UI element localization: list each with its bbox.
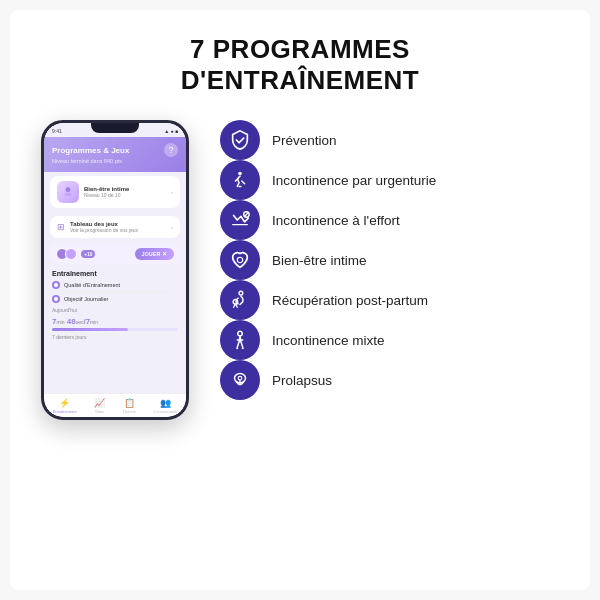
program-item-prolapsus: Prolapsus [220,360,570,400]
phone-header-title: Programmes & Jeux [52,146,129,155]
phone-screen: 9:41 ▲ ● ■ Programmes & Jeux ? Niveau te… [44,123,186,417]
tableau-sub: Voir la progression de vos jeux [70,227,166,233]
nav-entrainement-icon: ⚡ [59,398,70,408]
phone-training-section: Entraînement Qualité d'Entraînement [44,266,186,317]
week-label: 7 derniers jours [44,334,186,343]
program-item-post-partum: Récupération post-partum [220,280,570,320]
nav-stats-label: Stats [95,409,104,414]
post-partum-icon-circle [220,280,260,320]
phone-bottom-nav: ⚡ Entraînement 📈 Stats 📋 Théorie 👥 [44,393,186,417]
objectif-row: Objectif Journalier [52,295,178,303]
content-row: 9:41 ▲ ● ■ Programmes & Jeux ? Niveau te… [30,116,570,420]
phone-header: Programmes & Jeux ? Niveau terminé dans … [44,137,186,172]
program-item-bien-etre: Bien-être intime [220,240,570,280]
nav-communaute-icon: 👥 [160,398,171,408]
prolapsus-icon-circle [220,360,260,400]
bien-etre-label: Bien-être intime [272,253,367,268]
urgenturie-label: Incontinence par urgenturie [272,173,436,188]
nav-item-theorie[interactable]: 📋 Théorie [122,398,136,414]
today-label: Aujourd'hui [52,306,178,313]
urgenturie-icon-circle [220,160,260,200]
prolapsus-label: Prolapsus [272,373,332,388]
phone-tableau-card[interactable]: ⊞ Tableau des jeux Voir la progression d… [50,216,180,238]
program-item-prevention: Prévention [220,120,570,160]
phone-body: 9:41 ▲ ● ■ Programmes & Jeux ? Niveau te… [41,120,189,420]
prevention-label: Prévention [272,133,337,148]
phone-notch [91,123,139,133]
phone-program-card[interactable]: Bien-être intime Niveau 10 de 10 › [50,176,180,208]
svg-point-6 [239,292,243,296]
play-button[interactable]: JOUER ✕ [135,248,174,260]
svg-point-10 [242,348,244,350]
svg-point-0 [66,188,71,193]
mixte-label: Incontinence mixte [272,333,385,348]
mixte-icon-circle [220,320,260,360]
info-icon: ? [164,143,178,157]
tableau-text: Tableau des jeux Voir la progression de … [70,221,166,233]
nav-communaute-label: Communauté [153,409,177,414]
training-title: Entraînement [52,270,178,277]
card-arrow-icon: › [171,189,173,195]
phone-card-text: Bien-être intime Niveau 10 de 10 [84,186,166,198]
svg-point-9 [236,348,238,350]
program-item-effort: Incontinence à l'effort [220,200,570,240]
page-title: 7 PROGRAMMES D'ENTRAÎNEMENT [181,34,420,96]
progress-bar-wrap [52,328,178,331]
phone-play-area: +10 JOUER ✕ [50,244,180,264]
effort-icon-circle [220,200,260,240]
quality-row: Qualité d'Entraînement [52,281,178,289]
svg-point-1 [238,172,242,176]
program-item-urgenturie: Incontinence par urgenturie [220,160,570,200]
svg-point-8 [238,332,243,337]
nav-item-stats[interactable]: 📈 Stats [94,398,105,414]
prevention-icon-circle [220,120,260,160]
program-card-icon [57,181,79,203]
time-value: 7min 48sec/7min [52,317,98,326]
bien-etre-icon-circle [220,240,260,280]
objectif-label: Objectif Journalier [64,296,108,302]
nav-theorie-label: Théorie [122,409,136,414]
divider-1 [60,292,170,293]
objectif-dot-icon [52,295,60,303]
tableau-icon: ⊞ [57,222,65,232]
program-item-mixte: Incontinence mixte [220,320,570,360]
nav-stats-icon: 📈 [94,398,105,408]
phone-time-row: 7min 48sec/7min [44,317,186,328]
nav-item-entrainement[interactable]: ⚡ Entraînement [53,398,77,414]
programs-list: Prévention Incontinence par urgenturie [220,116,570,404]
progress-bar-fill [52,328,128,331]
nav-item-communaute[interactable]: 👥 Communauté [153,398,177,414]
post-partum-label: Récupération post-partum [272,293,428,308]
svg-point-5 [237,258,243,264]
badge-count: +10 [81,250,95,258]
phone-mockup: 9:41 ▲ ● ■ Programmes & Jeux ? Niveau te… [30,120,200,420]
phone-header-sub: Niveau terminé dans 840 pts [52,158,178,164]
nav-entrainement-label: Entraînement [53,409,77,414]
avatar-group [56,248,77,260]
main-container: 7 PROGRAMMES D'ENTRAÎNEMENT 9:41 ▲ ● ■ P… [10,10,590,590]
tableau-arrow-icon: › [171,224,173,230]
avatar-2 [65,248,77,260]
quality-label: Qualité d'Entraînement [64,282,120,288]
status-icons: ▲ ● ■ [164,128,178,134]
nav-theorie-icon: 📋 [124,398,135,408]
status-time: 9:41 [52,128,62,134]
quality-dot-icon [52,281,60,289]
card-subtitle: Niveau 10 de 10 [84,192,166,198]
svg-line-4 [245,213,249,217]
effort-label: Incontinence à l'effort [272,213,400,228]
